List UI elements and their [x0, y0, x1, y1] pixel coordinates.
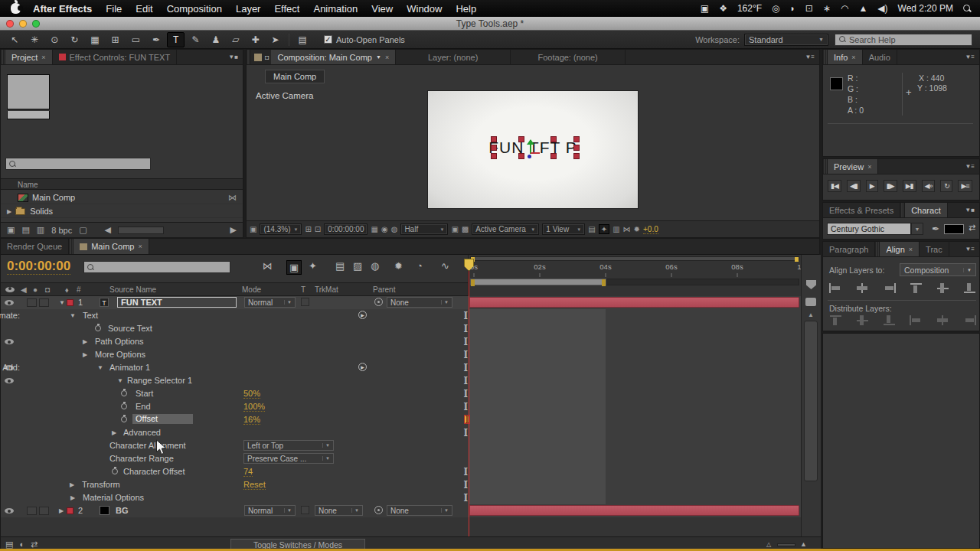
- panel-menu-icon[interactable]: ▼≡: [800, 50, 819, 64]
- tab-composition[interactable]: Composition: Main Comp ▼ ×: [271, 50, 396, 64]
- auto-keyframe-icon[interactable]: ◔: [416, 260, 423, 272]
- target-icon[interactable]: ◎: [772, 3, 779, 14]
- pan-behind-tool[interactable]: ⊞: [106, 33, 125, 47]
- project-item-solids[interactable]: ▶ Solids: [1, 205, 243, 218]
- layer-row-bg[interactable]: ▶ 2 BG Normal▼ None▼ None▼: [1, 504, 801, 517]
- menu-effect[interactable]: Effect: [274, 3, 299, 15]
- selection-handle[interactable]: [491, 136, 497, 142]
- zoom-out-mountain-icon[interactable]: △: [766, 541, 771, 548]
- close-icon[interactable]: ×: [41, 54, 45, 61]
- temperature-status[interactable]: 162°F: [737, 3, 762, 14]
- distribute-right-button[interactable]: [963, 315, 976, 325]
- t-switch-box[interactable]: [301, 298, 309, 306]
- view-layout-dropdown[interactable]: 1 View▼: [542, 223, 585, 235]
- layer-color-chip[interactable]: [67, 507, 74, 514]
- align-top-button[interactable]: [910, 283, 923, 293]
- align-v-center-button[interactable]: [936, 283, 949, 293]
- tab-timeline-main-comp[interactable]: Main Comp ×: [74, 239, 149, 254]
- dropbox-icon[interactable]: ❖: [719, 3, 727, 14]
- property-row-transform[interactable]: ▶TransformReset][: [1, 478, 801, 491]
- brush-tool[interactable]: ✎: [186, 33, 204, 47]
- graph-editor-icon[interactable]: ∿: [441, 260, 449, 272]
- property-value[interactable]: Reset: [243, 480, 266, 490]
- expand-inout-icon[interactable]: ⇄: [31, 540, 38, 549]
- comp-breadcrumb[interactable]: Main Comp: [265, 70, 325, 83]
- type-tool[interactable]: T: [167, 32, 185, 47]
- resolution-dropdown[interactable]: Half▼: [400, 223, 448, 235]
- parent-column-header[interactable]: Parent: [373, 285, 395, 294]
- panel-menu-icon[interactable]: ▼≡: [960, 50, 979, 64]
- keyframe-navigator-mark[interactable]: ][: [464, 428, 467, 436]
- new-folder-icon[interactable]: ▤: [21, 225, 29, 235]
- panel-menu-icon[interactable]: ▼■: [224, 50, 243, 64]
- pixel-aspect-icon[interactable]: ▤: [588, 225, 595, 233]
- parent-dropdown[interactable]: None▼: [387, 297, 452, 308]
- parent-pickwhip-icon[interactable]: [374, 506, 383, 514]
- menu-composition[interactable]: Composition: [167, 3, 222, 15]
- menu-animation[interactable]: Animation: [313, 3, 358, 15]
- align-left-button[interactable]: [829, 283, 842, 293]
- evernote-icon[interactable]: ◗: [790, 3, 795, 14]
- selection-handle[interactable]: [573, 145, 580, 151]
- tab-layer[interactable]: Layer: (none): [396, 50, 511, 64]
- property-row-path-options[interactable]: ▶Path Options][: [1, 335, 801, 348]
- comp-button-icon[interactable]: [805, 298, 816, 306]
- time-navigator-bar[interactable]: [470, 256, 799, 261]
- project-name-column-header[interactable]: Name: [1, 178, 243, 190]
- visibility-eye-icon[interactable]: [5, 378, 14, 383]
- menu-help[interactable]: Help: [456, 3, 476, 15]
- eject-icon[interactable]: ▲: [858, 3, 867, 14]
- twirl-open-icon[interactable]: ▼: [97, 364, 103, 371]
- property-label[interactable]: End: [136, 402, 151, 411]
- zoom-tool[interactable]: ⊙: [45, 33, 64, 47]
- menu-clock[interactable]: Wed 2:20 PM: [898, 3, 953, 14]
- region-of-interest-icon[interactable]: ⊡: [315, 225, 321, 233]
- spotlight-icon[interactable]: [963, 5, 971, 12]
- tab-info[interactable]: Info×: [828, 50, 863, 64]
- tab-align[interactable]: Align×: [880, 242, 920, 256]
- reset-exposure-icon[interactable]: ✹: [634, 225, 640, 233]
- magnification-dropdown[interactable]: (14.3%)▼: [260, 223, 302, 235]
- tab-project[interactable]: Project×: [5, 50, 53, 64]
- selection-tool[interactable]: ↖: [5, 33, 24, 47]
- close-icon[interactable]: ×: [138, 243, 142, 250]
- puppet-pin-tool[interactable]: ✚: [246, 33, 264, 47]
- swap-colors-icon[interactable]: ⇄: [969, 223, 975, 233]
- selection-handle[interactable]: [550, 136, 557, 142]
- parent-pickwhip-icon[interactable]: [374, 298, 383, 306]
- keyframe-navigator-mark[interactable]: ][: [464, 376, 467, 384]
- brainstorm-icon[interactable]: ✹: [394, 260, 403, 272]
- property-row-material-options[interactable]: ▶Material Options][: [1, 491, 801, 504]
- keyframe-navigator-mark[interactable]: ][: [464, 324, 467, 332]
- mode-column-header[interactable]: Mode: [242, 285, 261, 294]
- scroll-right-icon[interactable]: ▶: [230, 225, 237, 235]
- draft-3d-icon[interactable]: ▣: [286, 260, 302, 275]
- horizontal-scrollbar[interactable]: [118, 227, 164, 234]
- keyframe-navigator-mark[interactable]: ][: [464, 480, 467, 488]
- property-label[interactable]: Transform: [82, 480, 120, 489]
- tab-effects-presets[interactable]: Effects & Presets: [823, 203, 900, 217]
- menu-play-icon[interactable]: ▶: [358, 311, 367, 319]
- trkmat-dropdown[interactable]: None▼: [315, 505, 363, 516]
- bluetooth-icon[interactable]: ∗: [823, 3, 831, 14]
- twirl-open-icon[interactable]: ▼: [70, 312, 76, 319]
- timeline-zoom-slider[interactable]: [777, 543, 795, 546]
- property-value[interactable]: 50%: [243, 389, 260, 399]
- first-frame-button[interactable]: ▮◀: [828, 180, 841, 192]
- property-row-source-text[interactable]: Source Text][: [1, 322, 801, 335]
- keyframe-navigator-mark[interactable]: ][: [464, 363, 467, 371]
- expand-layer-switches-icon[interactable]: ▤: [5, 540, 13, 549]
- zoom-in-mountain-icon[interactable]: ▲: [800, 540, 807, 548]
- distribute-left-button[interactable]: [910, 315, 923, 325]
- shy-layers-icon[interactable]: ▤: [335, 260, 345, 272]
- project-item-main-comp[interactable]: Main Comp ⋈: [1, 191, 243, 204]
- time-ruler[interactable]: 0s02s04s06s08s10s: [468, 255, 801, 296]
- playhead-line[interactable]: [469, 269, 469, 536]
- clone-stamp-tool[interactable]: ♟: [206, 33, 225, 47]
- keyframe-navigator-mark[interactable]: ][: [464, 337, 467, 345]
- property-value[interactable]: 74: [243, 467, 253, 477]
- keyframe-navigator-mark[interactable]: ][: [464, 493, 467, 501]
- close-icon[interactable]: ×: [909, 246, 913, 253]
- property-row-start[interactable]: Start50%][: [1, 387, 801, 400]
- chevron-down-icon[interactable]: ▼: [911, 223, 923, 235]
